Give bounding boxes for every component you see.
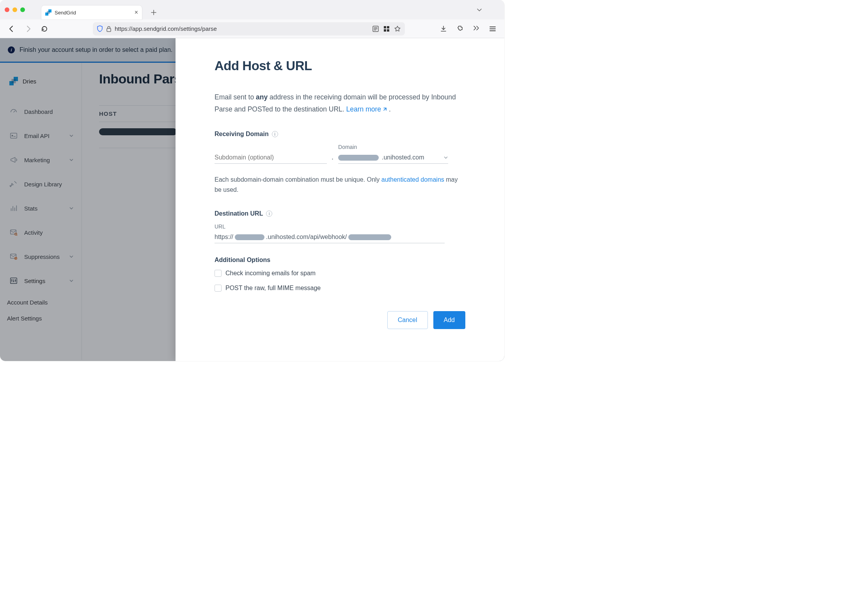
svg-rect-2 — [47, 11, 50, 14]
reader-mode-icon[interactable] — [372, 25, 379, 32]
new-tab-button[interactable] — [148, 7, 159, 18]
overflow-chevrons-icon[interactable] — [471, 23, 482, 34]
spam-check-checkbox[interactable]: Check incoming emails for spam — [215, 270, 465, 277]
back-button[interactable] — [6, 23, 17, 34]
drawer-footer: Cancel Add — [215, 311, 465, 329]
url-text: https://app.sendgrid.com/settings/parse — [115, 25, 369, 32]
info-icon[interactable]: i — [266, 211, 272, 217]
grid-icon[interactable] — [383, 25, 390, 32]
additional-options-label: Additional Options — [215, 257, 465, 264]
reload-button[interactable] — [39, 23, 50, 34]
raw-mime-checkbox[interactable]: POST the raw, full MIME message — [215, 285, 465, 292]
browser-tab[interactable]: SendGrid × — [41, 5, 142, 19]
receiving-domain-label: Receiving Domain i — [215, 131, 465, 138]
tab-title: SendGrid — [55, 10, 131, 16]
destination-url-label: Destination URL i — [215, 210, 465, 217]
forward-button — [23, 23, 34, 34]
lock-icon — [106, 26, 112, 32]
domain-select[interactable]: .unihosted.com — [338, 152, 448, 164]
tabs-overflow-chevron[interactable] — [476, 7, 482, 13]
shield-icon — [97, 25, 103, 32]
url-label: URL — [215, 223, 465, 230]
browser-toolbar: https://app.sendgrid.com/settings/parse — [0, 19, 504, 38]
browser-window: SendGrid × https://app.sendgrid.com/ — [0, 0, 504, 361]
domain-suffix: .unihosted.com — [382, 154, 424, 161]
close-window-button[interactable] — [5, 7, 9, 12]
external-link-icon — [382, 107, 387, 112]
destination-url-input[interactable]: https:// .unihosted.com/api/webhook/ — [215, 232, 445, 243]
extensions-icon[interactable] — [454, 23, 465, 34]
svg-rect-5 — [384, 26, 386, 28]
svg-rect-8 — [387, 29, 389, 32]
minimize-window-button[interactable] — [12, 7, 17, 12]
add-host-drawer: Add Host & URL Email sent to any address… — [176, 38, 504, 361]
bookmark-star-icon[interactable] — [394, 25, 401, 32]
domain-field: Domain .unihosted.com — [338, 144, 448, 164]
redacted-url-host — [235, 234, 264, 240]
viewport: i Finish your account setup in order to … — [0, 38, 504, 361]
svg-rect-6 — [387, 26, 389, 28]
url-bar[interactable]: https://app.sendgrid.com/settings/parse — [93, 22, 405, 35]
sendgrid-favicon — [45, 9, 51, 16]
drawer-lead: Email sent to any address in the receivi… — [215, 91, 465, 115]
destination-url-field: URL https:// .unihosted.com/api/webhook/ — [215, 223, 465, 243]
learn-more-link[interactable]: Learn more — [346, 105, 387, 113]
checkbox-icon — [215, 285, 222, 292]
receiving-domain-fields: . Domain .unihosted.com — [215, 144, 465, 164]
checkbox-icon — [215, 270, 222, 277]
cancel-button[interactable]: Cancel — [387, 311, 428, 329]
svg-rect-3 — [107, 28, 111, 32]
svg-rect-7 — [384, 29, 386, 32]
redacted-url-path — [348, 234, 391, 240]
dot-separator: . — [331, 153, 334, 164]
hamburger-menu-icon[interactable] — [487, 23, 498, 34]
authenticated-domains-link[interactable]: authenticated domains — [381, 176, 444, 183]
window-controls — [5, 7, 25, 12]
titlebar: SendGrid × — [0, 0, 504, 19]
info-icon[interactable]: i — [272, 131, 278, 137]
chevron-down-icon — [443, 155, 448, 160]
subdomain-field — [215, 152, 327, 164]
add-button[interactable]: Add — [433, 311, 465, 329]
drawer-title: Add Host & URL — [215, 58, 465, 73]
maximize-window-button[interactable] — [20, 7, 25, 12]
downloads-icon[interactable] — [438, 23, 449, 34]
domain-helper-text: Each subdomain-domain combination must b… — [215, 175, 465, 195]
domain-label: Domain — [338, 144, 448, 150]
redacted-domain-prefix — [338, 155, 379, 161]
subdomain-input[interactable] — [215, 152, 327, 164]
additional-options: Check incoming emails for spam POST the … — [215, 270, 465, 292]
tab-close-icon[interactable]: × — [135, 9, 138, 16]
